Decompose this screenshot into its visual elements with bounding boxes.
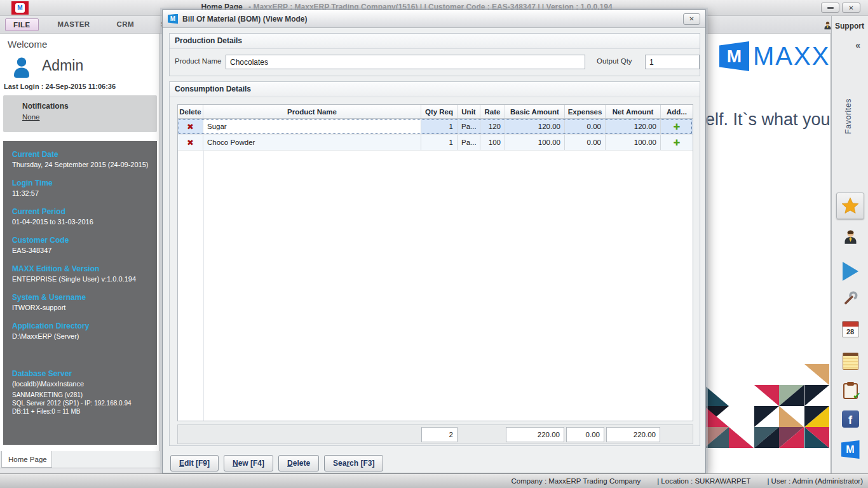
support-label: Support — [835, 22, 864, 30]
status-company: Company : MaxxERP Trading Company — [511, 477, 641, 485]
notifications-link[interactable]: None — [22, 113, 40, 121]
col-delete: Delete — [178, 105, 203, 118]
favorites-label: Favorites — [844, 98, 853, 134]
edit-button[interactable]: Edit [F9] — [170, 455, 219, 471]
col-rate: Rate — [480, 105, 505, 118]
delete-row-button[interactable]: ✖ — [178, 119, 203, 134]
new-button[interactable]: New [F4] — [224, 455, 273, 471]
info-system-username: System & Username ITWORX-support — [12, 293, 152, 311]
info-database-server: Database Server (localdb)\MaxxInstance S… — [12, 369, 152, 416]
menu-tab-crm[interactable]: CRM — [109, 18, 141, 31]
notifications-panel: Notifications None — [3, 95, 157, 132]
total-net-amount: 220.00 — [606, 427, 660, 442]
status-user: | User : Admin (Administrator) — [767, 477, 863, 485]
calendar-icon: 28 — [842, 321, 859, 337]
total-qty: 2 — [421, 427, 458, 442]
table-header-row: Delete Product Name Qty Req Unit Rate Ba… — [178, 105, 693, 119]
dialog-m-icon: M — [168, 14, 178, 24]
menu-tab-master[interactable]: MASTER — [50, 18, 98, 31]
session-info-panel: Current Date Thursday, 24 September 2015… — [3, 141, 157, 445]
close-icon: ✕ — [848, 4, 853, 11]
table-row[interactable]: ✖ Sugar 1 Pa... 120 120.00 0.00 120.00 ✚ — [178, 119, 693, 135]
delete-button[interactable]: Delete — [278, 455, 319, 471]
maxx-m-icon: M — [841, 440, 860, 459]
grid-line — [203, 151, 204, 421]
total-basic-amount: 220.00 — [506, 427, 564, 442]
consumption-details-group: Consumption Details Delete Product Name … — [169, 81, 700, 446]
home-page-tab[interactable]: Home Page — [1, 451, 52, 468]
tools-button[interactable] — [832, 290, 868, 307]
output-qty-label: Output Qty — [597, 57, 632, 65]
col-basic-amount: Basic Amount — [505, 105, 565, 118]
info-customer-code: Customer Code EAS-348347 — [12, 236, 152, 254]
star-icon — [841, 196, 860, 215]
support-button[interactable]: Support — [823, 21, 864, 30]
cell-basic: 120.00 — [505, 119, 565, 134]
bom-dialog: M Bill Of Material (BOM) (View Mode) ✕ P… — [162, 10, 706, 473]
calendar-day: 28 — [843, 327, 858, 337]
production-details-header: Production Details — [170, 34, 700, 49]
info-current-period: Current Period 01-04-2015 to 31-03-2016 — [12, 207, 152, 226]
delete-row-button[interactable]: ✖ — [178, 135, 203, 150]
minimize-button[interactable] — [821, 3, 839, 13]
cell-expenses: 0.00 — [565, 135, 606, 150]
cell-expenses: 0.00 — [565, 119, 606, 134]
delete-x-icon: ✖ — [187, 122, 194, 132]
status-bar: Company : MaxxERP Trading Company | Loca… — [0, 473, 868, 488]
col-qty-req: Qty Req — [421, 105, 458, 118]
notifications-title: Notifications — [22, 102, 157, 111]
cell-product: Choco Powder — [203, 135, 421, 150]
dialog-close-icon: ✕ — [689, 15, 694, 22]
quote-text: elf. It`s what you — [705, 110, 831, 130]
add-row-button[interactable]: ✚ — [661, 135, 693, 150]
dialog-title: Bill Of Material (BOM) (View Mode) — [182, 15, 307, 24]
welcome-label: Welcome — [8, 39, 47, 50]
consumption-details-header: Consumption Details — [170, 82, 700, 97]
cell-net: 100.00 — [606, 135, 661, 150]
user-profile-button[interactable] — [832, 229, 868, 246]
notes-button[interactable] — [832, 353, 868, 370]
output-qty-input[interactable] — [645, 55, 700, 69]
facebook-icon: f — [842, 410, 859, 428]
window-close-button[interactable]: ✕ — [842, 3, 860, 13]
username-label: Admin — [42, 57, 83, 74]
wrench-icon — [842, 290, 858, 307]
last-login-label: Last Login : 24-Sep-2015 11:06:36 — [4, 83, 116, 90]
total-expenses: 0.00 — [566, 427, 604, 442]
totals-row: 2 220.00 0.00 220.00 — [177, 424, 693, 444]
table-row[interactable]: ✖ Choco Powder 1 Pa... 100 100.00 0.00 1… — [178, 135, 693, 151]
application-window: M Home Page - MaxxERP : MaxxERP Trading … — [0, 0, 868, 488]
user-avatar-icon — [9, 55, 34, 83]
col-expenses: Expenses — [565, 105, 606, 118]
menu-tab-file[interactable]: FILE — [5, 18, 39, 31]
maxx-home-button[interactable]: M — [832, 440, 868, 459]
tasks-button[interactable]: ✔ — [832, 382, 868, 399]
right-toolbar: Support « Favorites — [831, 16, 868, 473]
collapse-panel-icon[interactable]: « — [855, 40, 860, 50]
cell-unit: Pa... — [458, 135, 480, 150]
play-button[interactable] — [832, 262, 868, 281]
person-icon — [842, 229, 859, 246]
info-login-time: Login Time 11:32:57 — [12, 179, 152, 197]
cell-qty: 1 — [421, 119, 458, 134]
maxx-logo: M MAXX — [719, 41, 830, 71]
search-button[interactable]: Search [F3] — [324, 455, 383, 471]
mosaic-decoration — [704, 364, 830, 448]
calendar-button[interactable]: 28 — [832, 321, 868, 337]
cell-product: Sugar — [203, 119, 421, 134]
add-plus-icon: ✚ — [674, 122, 681, 132]
cell-qty: 1 — [421, 135, 458, 150]
col-net-amount: Net Amount — [606, 105, 661, 118]
favorites-star-button[interactable] — [836, 193, 864, 219]
info-current-date: Current Date Thursday, 24 September 2015… — [12, 150, 152, 168]
cell-net: 120.00 — [606, 119, 661, 134]
status-location: | Location : SUKRAWARPET — [657, 477, 750, 485]
facebook-button[interactable]: f — [832, 410, 868, 428]
cell-basic: 100.00 — [505, 135, 565, 150]
maxx-logo-text: MAXX — [753, 42, 830, 71]
dialog-close-button[interactable]: ✕ — [683, 13, 700, 25]
sidebar: Welcome Admin Last Login : 24-Sep-2015 1… — [0, 34, 160, 451]
add-row-button[interactable]: ✚ — [661, 119, 693, 134]
product-name-input[interactable] — [226, 55, 585, 69]
add-plus-icon: ✚ — [674, 138, 681, 147]
